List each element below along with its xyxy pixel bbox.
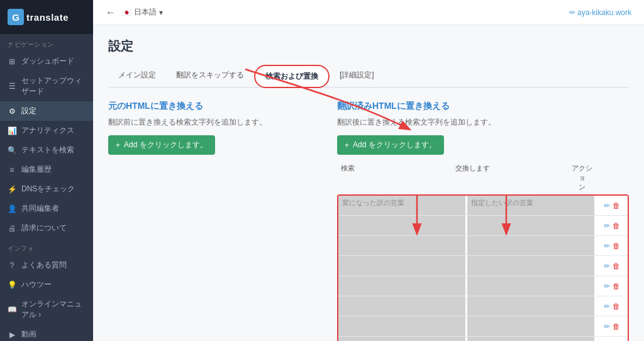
faq-icon: ? — [8, 261, 16, 270]
language-label: 日本語 — [134, 7, 157, 18]
sidebar-item-history[interactable]: ≡ 編集履歴 — [0, 160, 93, 179]
header-actions: アクション — [566, 162, 597, 193]
delete-button[interactable]: 🗑 — [613, 221, 620, 230]
replace-cell — [467, 216, 596, 235]
dropdown-icon: ▾ — [159, 8, 163, 17]
sidebar-item-label: 設定 — [21, 106, 36, 116]
right-section-title: 翻訳済みHTMLに置き換える — [337, 101, 629, 112]
site-info: ✏ aya-kikaku.work — [569, 8, 631, 17]
sidebar-item-co-editors[interactable]: 👤 共同編集者 — [0, 199, 93, 218]
tab-main[interactable]: メイン設定 — [108, 65, 166, 88]
nav-section-label: ナビゲーション — [0, 34, 93, 52]
row-actions: ✏ 🗑 — [596, 276, 628, 296]
sidebar-item-howto[interactable]: 💡 ハウツー — [0, 275, 93, 294]
page-body: 設定 メイン設定 翻訳をスキップする 検索および置換 [詳細設定] 元のHTML… — [93, 25, 644, 341]
main-area: ← 🇯🇵 日本語 ▾ ✏ aya-kikaku.work 設定 メイン設定 翻訳… — [93, 0, 644, 341]
row-actions: ✏ 🗑 — [596, 236, 628, 255]
sidebar-item-dns[interactable]: ⚡ DNSをチェック — [0, 179, 93, 199]
analytics-icon: 📊 — [8, 126, 16, 135]
left-add-button[interactable]: + Add をクリックします。 — [108, 135, 215, 155]
setup-icon: ☰ — [8, 82, 16, 91]
sidebar-item-label: 請求について — [21, 223, 67, 233]
logo-text: translate — [26, 12, 69, 23]
edit-button[interactable]: ✏ — [604, 322, 610, 331]
sidebar-item-manual[interactable]: 📖 オンラインマニュアル › — [0, 294, 93, 325]
row-actions: ✏ 🗑 — [596, 256, 628, 276]
table-row: ✏ 🗑 — [338, 316, 628, 337]
replace-cell — [467, 337, 596, 341]
sidebar-item-dashboard[interactable]: ⊞ ダッシュボード — [0, 52, 93, 71]
edit-button[interactable]: ✏ — [604, 282, 610, 291]
table-header: 検索 交換します アクション — [337, 162, 629, 193]
sidebar-item-label: ハウツー — [21, 279, 52, 290]
replace-cell — [467, 236, 596, 255]
edit-button[interactable]: ✏ — [604, 262, 610, 271]
flag-icon: 🇯🇵 — [122, 8, 131, 17]
search-cell: 変になった訳の言葉 — [338, 196, 467, 215]
tab-advanced[interactable]: [詳細設定] — [330, 65, 384, 88]
delete-button[interactable]: 🗑 — [613, 262, 620, 271]
sidebar-item-search-text[interactable]: 🔍 テキストを検索 — [0, 140, 93, 160]
sidebar-item-settings[interactable]: ⚙ 設定 — [0, 101, 93, 121]
sidebar-item-label: DNSをチェック — [21, 184, 75, 194]
sidebar-item-label: 編集履歴 — [21, 164, 52, 175]
sidebar: G translate ナビゲーション ⊞ ダッシュボード ☰ セットアップウィ… — [0, 0, 93, 341]
edit-button[interactable]: ✏ — [604, 242, 610, 250]
info-section-label: インフォ — [0, 238, 93, 255]
delete-button[interactable]: 🗑 — [613, 282, 620, 291]
replace-cell — [467, 316, 596, 336]
sidebar-item-label: セットアップウィザード — [21, 75, 86, 97]
tabs-bar: メイン設定 翻訳をスキップする 検索および置換 [詳細設定] — [108, 65, 629, 88]
sidebar-item-video[interactable]: ▶ 動画 — [0, 325, 93, 341]
page-title: 設定 — [108, 38, 629, 55]
row-actions: ✏ 🗑 — [596, 337, 628, 341]
add-button-label: Add をクリックします。 — [124, 140, 208, 150]
sidebar-item-analytics[interactable]: 📊 アナリティクス — [0, 121, 93, 140]
delete-button[interactable]: 🗑 — [613, 242, 620, 250]
replace-table: 変になった訳の言葉 指定したい訳の言葉 ✏ 🗑 ✏ 🗑 — [337, 194, 629, 341]
row-actions: ✏ 🗑 — [596, 316, 628, 336]
howto-icon: 💡 — [8, 281, 16, 289]
two-column-layout: 元のHTMLに置き換える 翻訳前に置き換える検索文字列を追加します。 + Add… — [108, 101, 629, 341]
language-selector[interactable]: 🇯🇵 日本語 ▾ — [122, 7, 163, 18]
delete-button[interactable]: 🗑 — [613, 201, 620, 210]
site-label: aya-kikaku.work — [577, 8, 631, 17]
dns-icon: ⚡ — [8, 185, 16, 194]
sidebar-item-label: 共同編集者 — [21, 203, 59, 214]
sidebar-item-label: オンラインマニュアル › — [21, 299, 86, 320]
sidebar-logo[interactable]: G translate — [0, 0, 93, 34]
topbar-left: ← 🇯🇵 日本語 ▾ — [106, 7, 163, 18]
sidebar-item-label: テキストを検索 — [21, 145, 74, 155]
edit-button[interactable]: ✏ — [604, 302, 610, 311]
manual-icon: 📖 — [8, 305, 16, 314]
add-icon: + — [116, 141, 120, 150]
row-actions: ✏ 🗑 — [596, 296, 628, 316]
edit-button[interactable]: ✏ — [604, 221, 610, 230]
delete-button[interactable]: 🗑 — [613, 302, 620, 311]
add-icon-right: + — [345, 141, 349, 150]
search-cell — [338, 216, 467, 235]
right-section-desc: 翻訳後に置き換える検索文字列を追加します。 — [337, 117, 629, 128]
tab-search-replace[interactable]: 検索および置換 — [254, 65, 330, 88]
back-button[interactable]: ← — [106, 7, 116, 18]
logo-g-icon: G — [8, 9, 24, 25]
table-row: 変になった訳の言葉 指定したい訳の言葉 ✏ 🗑 — [338, 196, 628, 216]
billing-icon: 🖨 — [8, 224, 16, 233]
sidebar-item-label: アナリティクス — [21, 125, 74, 136]
sidebar-item-setup[interactable]: ☰ セットアップウィザード — [0, 71, 93, 101]
right-add-button[interactable]: + Add をクリックします。 — [337, 135, 444, 155]
sidebar-item-label: 動画 — [21, 329, 36, 340]
edit-button[interactable]: ✏ — [604, 201, 610, 210]
search-cell — [338, 256, 467, 276]
table-row: ✏ 🗑 — [338, 236, 628, 256]
sidebar-item-billing[interactable]: 🖨 請求について — [0, 218, 93, 238]
sidebar-item-faq[interactable]: ? よくある質問 — [0, 255, 93, 275]
right-add-button-label: Add をクリックします。 — [353, 140, 436, 150]
replace-cell — [467, 276, 596, 296]
tab-skip[interactable]: 翻訳をスキップする — [166, 65, 254, 88]
table-row: ✏ 🗑 — [338, 216, 628, 236]
co-editors-icon: 👤 — [8, 204, 16, 213]
table-row: ✏ 🗑 — [338, 337, 628, 341]
delete-button[interactable]: 🗑 — [613, 322, 620, 331]
replace-cell — [467, 256, 596, 276]
